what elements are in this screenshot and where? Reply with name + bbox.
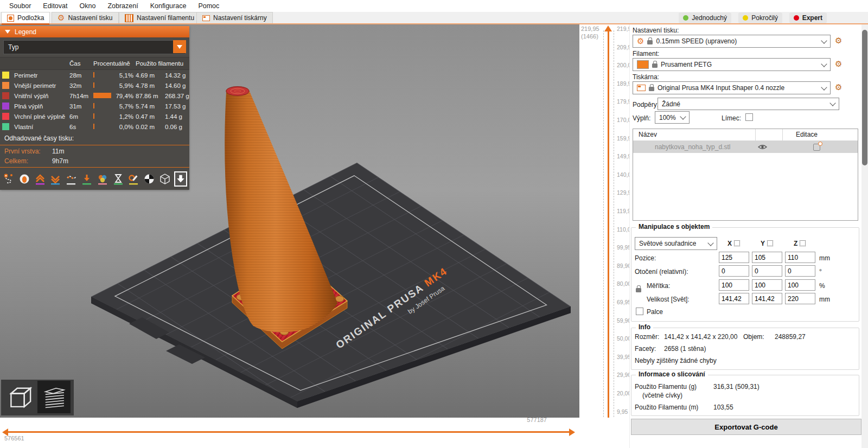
filament-gear-icon[interactable]: ⚙ <box>835 60 842 68</box>
cube-3d-icon <box>5 383 33 411</box>
move-slider-right-handle[interactable] <box>569 428 575 436</box>
layer-tick-label: 9,95 <box>617 408 628 415</box>
editor-view-button[interactable] <box>2 381 35 413</box>
menu-editovat[interactable]: Editovat <box>37 2 73 10</box>
axis-x-header: X <box>727 240 740 247</box>
object-row[interactable]: nabytkova_noha_typ_d.stl <box>633 141 858 153</box>
estimates-title: Odhadované časy tisku: <box>0 132 189 144</box>
layer-top-value: 219,95 <box>581 25 599 32</box>
rotation-z-input[interactable] <box>785 265 815 277</box>
manipulation-title: Manipulace s objektem <box>636 223 712 231</box>
total-time: Celkem:9h7m <box>0 156 189 166</box>
mode-expert[interactable]: Expert <box>789 12 827 23</box>
edit-object-icon[interactable] <box>813 144 820 151</box>
supports-combo[interactable]: Žádné <box>658 98 839 110</box>
menu-soubor[interactable]: Soubor <box>3 2 37 10</box>
lock-icon <box>652 63 658 68</box>
legend-row: Vlastní6s 0,0% 0.02 m0.06 g <box>0 121 189 132</box>
panel-scrollbar-thumb[interactable] <box>862 30 867 165</box>
legend-row-bar <box>93 82 94 88</box>
legend-toggle-icon[interactable] <box>174 171 187 187</box>
infill-combo[interactable]: 100% <box>655 111 690 124</box>
export-gcode-button[interactable]: Exportovat G-code <box>631 419 861 435</box>
collapse-icon <box>5 30 10 34</box>
scale-y-input[interactable] <box>752 279 782 291</box>
position-x-input[interactable] <box>719 252 749 263</box>
chevron-down-icon <box>707 240 713 246</box>
print-settings-gear-icon[interactable]: ⚙ <box>835 37 842 45</box>
mode-simple[interactable]: Jednoduchý <box>679 12 731 23</box>
menu-zobrazeni[interactable]: Zobrazení <box>101 2 144 10</box>
object-list[interactable]: Název Editace nabytkova_noha_typ_d.stl <box>633 129 858 221</box>
preview-feature-toolbar <box>0 169 189 190</box>
tool-changes-icon[interactable] <box>80 171 93 187</box>
inches-label: Palce <box>647 308 663 316</box>
eye-visible-icon[interactable] <box>758 144 767 150</box>
legend-header[interactable]: Legend <box>0 26 189 37</box>
lock-icon <box>647 40 653 44</box>
print-settings-combo[interactable]: ⚙ 0.15mm SPEED (upraveno) <box>633 35 831 48</box>
volume-value: 248859,27 <box>775 333 806 341</box>
rotation-label: Otočení (relativní): <box>635 268 688 276</box>
first-layer-time: První vrstva:11m <box>0 146 189 156</box>
menu-pomoc[interactable]: Pomoc <box>192 2 225 10</box>
inches-checkbox[interactable] <box>636 308 643 315</box>
scale-z-input[interactable] <box>785 279 815 291</box>
pause-prints-icon[interactable] <box>112 171 125 187</box>
used-filament-g-sub: (včetně cívky) <box>642 392 682 399</box>
axis-target-icon <box>767 240 773 246</box>
printer-combo[interactable]: Original Prusa MK4 Input Shaper 0.4 nozz… <box>633 81 831 94</box>
layers-icon <box>40 383 68 411</box>
tab-filament-settings[interactable]: Nastavení filamentu <box>119 12 200 23</box>
axis-z-header: Z <box>794 240 806 247</box>
position-label: Pozice: <box>635 254 656 262</box>
retractions-icon[interactable] <box>34 171 47 187</box>
axis-y-header: Y <box>761 240 773 247</box>
legend-row-chip <box>2 72 9 79</box>
coordinates-combo[interactable]: Světové souřadnice <box>635 237 717 250</box>
position-z-input[interactable] <box>785 252 815 263</box>
brim-checkbox[interactable] <box>745 113 753 121</box>
used-filament-g-label: Použito Filamentu (g) <box>635 383 697 391</box>
travel-moves-icon[interactable] <box>2 171 15 187</box>
color-changes-icon[interactable] <box>96 171 109 187</box>
preview-view-button[interactable] <box>37 381 71 413</box>
move-slider-track[interactable] <box>8 431 570 433</box>
menu-konfigurace[interactable]: Konfigurace <box>144 2 193 10</box>
size-z-input[interactable] <box>785 293 815 304</box>
mode-dot <box>794 15 799 21</box>
dropdown-arrow-icon[interactable] <box>173 40 186 53</box>
shells-icon[interactable] <box>158 171 171 187</box>
printer-gear-icon[interactable]: ⚙ <box>835 84 842 92</box>
legend-panel: Legend Typ Čas Procentuálně Použito fila… <box>0 26 189 190</box>
rotation-y-input[interactable] <box>752 265 782 277</box>
position-y-input[interactable] <box>752 252 782 263</box>
size-x-input[interactable] <box>719 293 749 304</box>
tab-plater[interactable]: Podložka <box>1 12 50 25</box>
wipe-icon[interactable] <box>18 171 31 187</box>
layer-slider-track[interactable] <box>608 31 609 428</box>
mode-advanced[interactable]: Pokročilý <box>738 12 782 23</box>
filament-combo[interactable]: Prusament PETG <box>633 58 831 71</box>
view-type-select[interactable]: Typ <box>3 40 186 54</box>
rotation-x-input[interactable] <box>719 265 749 277</box>
used-filament-g-value: 316,31 (509,31) <box>713 383 760 391</box>
size-info-value: 141,42 x 141,42 x 220,00 <box>664 333 737 341</box>
custom-gcode-icon[interactable] <box>127 171 141 187</box>
scale-x-input[interactable] <box>719 279 749 291</box>
uniform-scale-lock-icon[interactable] <box>636 288 641 292</box>
size-y-input[interactable] <box>752 293 782 304</box>
axis-target-icon <box>800 240 806 246</box>
view-toggles <box>1 380 74 415</box>
position-unit: mm <box>819 254 830 262</box>
used-filament-m-value: 103,55 <box>713 404 733 411</box>
chevron-down-icon <box>829 100 835 106</box>
tab-print-settings[interactable]: ⚙ Nastavení tisku <box>52 12 119 23</box>
legend-row-chip <box>2 103 9 110</box>
used-filament-m-label: Použito Filamentu (m) <box>635 404 698 411</box>
tab-printer-settings[interactable]: Nastavení tiskárny <box>196 12 273 23</box>
menu-okno[interactable]: Okno <box>73 2 101 10</box>
seams-icon[interactable] <box>65 171 78 187</box>
deretractions-icon[interactable] <box>49 171 62 187</box>
center-of-mass-icon[interactable] <box>143 171 156 187</box>
